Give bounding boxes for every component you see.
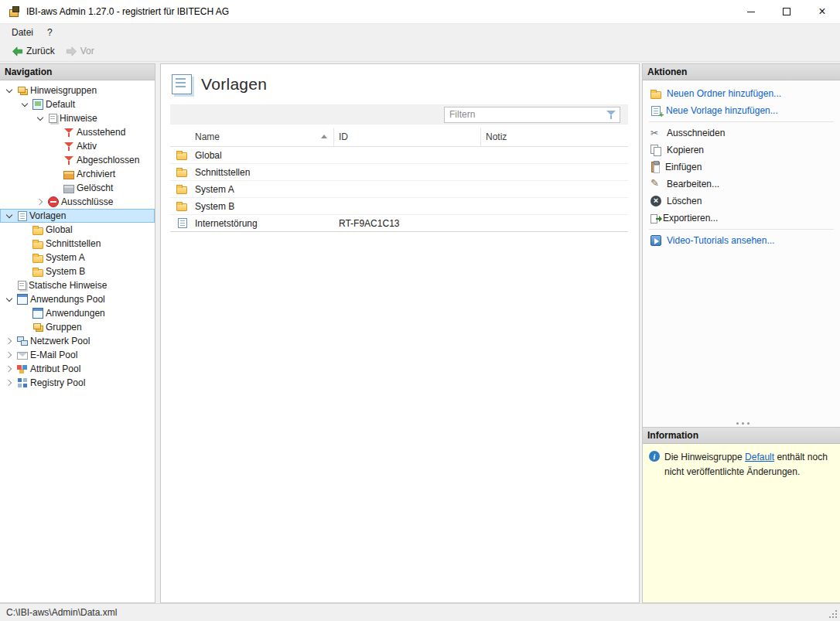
maximize-button[interactable] [769,0,804,24]
action-label: Video-Tutorials ansehen... [667,235,774,246]
default-group-link[interactable]: Default [745,452,774,462]
chevron-right-icon[interactable] [36,197,46,207]
chevron-down-icon[interactable] [36,114,46,124]
status-bar: C:\IBI-aws\Admin\Data.xml [0,603,840,621]
scissors-icon [650,128,661,138]
icon-column-header[interactable] [170,128,190,146]
column-header-notiz[interactable]: Notiz [481,128,628,146]
action-label: Neuen Ordner hinzufügen... [667,88,781,99]
forward-label: Vor [80,46,94,56]
expander-spacer [20,309,30,319]
notes-icon [49,114,57,123]
row-notiz [481,198,628,214]
chevron-right-icon[interactable] [5,378,15,388]
row-name: System A [190,181,334,197]
tree-item-label: Hinweisgruppen [30,85,97,96]
chevron-right-icon[interactable] [5,364,15,374]
action-video-tutorials[interactable]: Video-Tutorials ansehen... [643,232,840,249]
tree-item-ausstehend[interactable]: Ausstehend [0,125,155,139]
tree-item-netzwerk-pool[interactable]: Netzwerk Pool [0,334,155,348]
page-title: Vorlagen [201,75,267,94]
action-label: Löschen [667,196,702,206]
tree-item-global[interactable]: Global [0,223,155,237]
column-label: ID [339,131,348,142]
chevron-right-icon[interactable] [5,336,15,346]
chevron-down-icon[interactable] [20,100,30,110]
tree-item-label: Ausschlüsse [61,196,113,207]
tree-item-registry-pool[interactable]: Registry Pool [0,376,155,390]
column-header-name[interactable]: Name [190,128,334,146]
tree-item-system-b[interactable]: System B [0,264,155,278]
tree-item-ausschluesse[interactable]: Ausschlüsse [0,195,155,209]
expander-spacer [20,322,30,333]
tree-item-vorlagen[interactable]: Vorlagen [0,209,155,223]
chevron-down-icon[interactable] [5,86,15,96]
row-name: System B [190,198,334,214]
close-button[interactable]: × [804,0,840,24]
folder-icon [32,255,43,263]
filter-box[interactable] [444,107,620,123]
chevron-down-icon[interactable] [5,295,15,305]
tree-item-geloescht[interactable]: Gelöscht [0,181,155,195]
table-row[interactable]: Schnittstellen [170,164,628,181]
toolbar: Zurück Vor [0,41,840,62]
tree-item-default[interactable]: Default [0,97,155,111]
chevron-down-icon[interactable] [5,211,15,221]
tree-item-archiviert[interactable]: Archiviert [0,167,155,181]
table-row[interactable]: Global [170,147,628,164]
tree-item-aktiv[interactable]: Aktiv [0,139,155,153]
tree-item-label: Registry Pool [30,377,85,388]
filter-icon [63,155,74,165]
action-paste[interactable]: Einfügen [643,159,840,176]
menu-bar: Datei ? [0,24,840,41]
expander-spacer [20,253,30,263]
table-row[interactable]: Internetstörung RT-F9AC1C13 [170,215,628,232]
tree-item-system-a[interactable]: System A [0,251,155,264]
minimize-button[interactable] [733,0,769,24]
back-button[interactable]: Zurück [6,44,60,59]
tree-item-anwendungs-pool[interactable]: Anwendungs Pool [0,292,155,306]
tree-item-schnittstellen[interactable]: Schnittstellen [0,237,155,251]
expander-spacer [5,281,15,291]
tree-item-hinweisgruppen[interactable]: Hinweisgruppen [0,84,155,97]
table-row[interactable]: System B [170,198,628,215]
action-new-template[interactable]: Neue Vorlage hinzufügen... [643,102,840,119]
menu-help[interactable]: ? [40,24,60,41]
tree-item-attribut-pool[interactable]: Attribut Pool [0,362,155,376]
information-body: Die Hinweisgruppe Default enthält noch n… [643,444,840,602]
column-header-id[interactable]: ID [334,128,481,146]
action-new-folder[interactable]: Neuen Ordner hinzufügen... [643,85,840,102]
menu-datei[interactable]: Datei [5,24,40,41]
tree-item-hinweise[interactable]: Hinweise [0,111,155,125]
filter-input[interactable] [445,108,606,121]
resize-grip-icon[interactable] [828,609,838,619]
tree-item-gruppen[interactable]: Gruppen [0,320,155,334]
action-delete[interactable]: Löschen [643,193,840,210]
action-export[interactable]: Exportieren... [643,210,840,227]
info-text-before: Die Hinweisgruppe [664,452,745,462]
no-entry-icon [48,196,59,207]
chevron-right-icon[interactable] [5,350,15,360]
tree-item-statische-hinweise[interactable]: Statische Hinweise [0,278,155,292]
action-copy[interactable]: Kopieren [643,142,840,159]
tree-item-label: Aktiv [77,141,97,152]
notes-icon [18,281,26,290]
table-row[interactable]: System A [170,181,628,198]
tree-item-anwendungen[interactable]: Anwendungen [0,306,155,320]
tree-item-email-pool[interactable]: E-Mail Pool [0,348,155,362]
filter-icon [63,141,74,152]
app-icon [8,5,20,18]
action-cut[interactable]: Ausschneiden [643,125,840,142]
folder-icon [176,169,187,177]
tree-item-abgeschlossen[interactable]: Abgeschlossen [0,153,155,167]
hint-groups-icon [20,89,28,95]
filter-funnel-icon[interactable] [606,109,616,120]
row-notiz [481,181,628,197]
tree-item-label: Anwendungen [46,308,105,319]
tree-item-label: Ausstehend [77,127,125,138]
action-edit[interactable]: Bearbeiten... [643,176,840,193]
panel-splitter[interactable] [643,419,840,427]
template-add-icon [651,106,661,116]
actions-panel: Aktionen Neuen Ordner hinzufügen... Neue… [642,63,840,428]
forward-button[interactable]: Vor [60,44,100,59]
